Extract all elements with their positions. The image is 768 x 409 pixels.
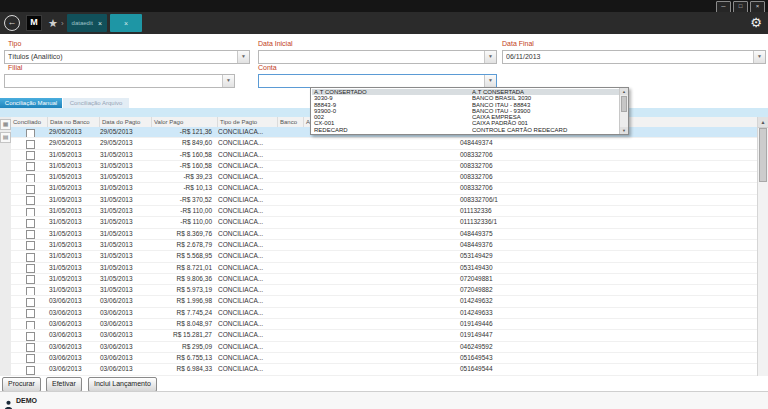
table-row[interactable]: 03/06/201303/06/2013R$ 7.745,24CONCILIAC…: [11, 308, 758, 319]
dropdown-scrollbar-thumb[interactable]: [621, 96, 627, 112]
banco-cell: [275, 150, 300, 160]
gear-icon[interactable]: ⚙: [750, 15, 762, 30]
table-row[interactable]: 31/05/201331/05/2013R$ 9.806,36CONCILIAC…: [11, 274, 758, 285]
filial-select[interactable]: ▼: [4, 74, 235, 88]
data-no-banco-cell: 31/05/2013: [47, 229, 98, 239]
dropdown-arrow-icon[interactable]: ▼: [753, 51, 765, 63]
conta-dropdown-item[interactable]: REDECARDCONTROLE CARTÃO REDECARD: [312, 127, 619, 133]
table-row[interactable]: 03/06/201303/06/2013R$ 295,09CONCILIACA.…: [11, 342, 758, 353]
column-header-data-no-banco[interactable]: Data no Banco: [48, 117, 100, 127]
table-row[interactable]: 03/06/201303/06/2013R$ 15.281,27CONCILIA…: [11, 330, 758, 341]
table-row[interactable]: 31/05/201331/05/2013-R$ 39,23CONCILIACA.…: [11, 172, 758, 183]
data-do-pagto-cell: 29/05/2013: [98, 127, 149, 137]
tab-close-icon[interactable]: ×: [124, 20, 128, 27]
conciliado-checkbox[interactable]: [26, 219, 35, 228]
table-row[interactable]: 31/05/201331/05/2013R$ 8.721,01CONCILIAC…: [11, 263, 758, 274]
conciliado-checkbox[interactable]: [26, 140, 35, 149]
data-do-pagto-cell: 03/06/2013: [98, 308, 149, 318]
data-do-pagto-cell: 03/06/2013: [98, 319, 149, 329]
conciliado-checkbox[interactable]: [26, 129, 35, 138]
grid-vertical-scrollbar[interactable]: ▲: [757, 117, 768, 376]
table-row[interactable]: 31/05/201331/05/2013R$ 5.973,19CONCILIAC…: [11, 285, 758, 296]
conciliado-checkbox[interactable]: [26, 185, 35, 194]
hidden-cell: [329, 217, 458, 227]
tab-conciliacao-manual[interactable]: Conciliação Manual: [0, 98, 62, 108]
conciliado-checkbox[interactable]: [26, 253, 35, 262]
conciliado-checkbox[interactable]: [26, 151, 35, 160]
inclui-lancamento-button[interactable]: Inclui Lançamento: [88, 377, 157, 392]
conciliado-checkbox[interactable]: [26, 321, 35, 330]
documento-cell: 053149429: [458, 251, 493, 261]
procurar-button[interactable]: Procurar: [2, 377, 41, 392]
data-final-select[interactable]: 06/11/2013 ▼: [502, 50, 766, 64]
favorites-star-icon[interactable]: ★: [48, 18, 58, 29]
conta-select[interactable]: ▼: [258, 74, 497, 88]
dropdown-scrollbar[interactable]: ▲ ▼: [619, 88, 628, 134]
conciliado-checkbox[interactable]: [26, 332, 35, 341]
toolbar-tab-active[interactable]: ×: [110, 14, 142, 32]
table-row[interactable]: 31/05/201331/05/2013R$ 2.678,79CONCILIAC…: [11, 240, 758, 251]
efetivar-button[interactable]: Efetivar: [46, 377, 82, 392]
conciliado-checkbox[interactable]: [26, 162, 35, 171]
dropdown-arrow-icon[interactable]: ▼: [222, 75, 234, 87]
valor-pago-cell: R$ 849,60: [149, 138, 216, 148]
table-row[interactable]: 29/05/201329/05/2013R$ 849,60CONCILIACA.…: [11, 138, 758, 149]
documento-cell: 008332706/1: [458, 195, 498, 205]
conciliado-checkbox[interactable]: [26, 208, 35, 217]
tab-close-icon[interactable]: ×: [98, 20, 102, 27]
conciliado-checkbox[interactable]: [26, 264, 35, 273]
conciliado-checkbox[interactable]: [26, 309, 35, 318]
table-row[interactable]: 03/06/201303/06/2013R$ 6.755,13CONCILIAC…: [11, 353, 758, 364]
table-row[interactable]: 03/06/201303/06/2013R$ 6.984,33CONCILIAC…: [11, 364, 758, 375]
table-row[interactable]: 31/05/201331/05/2013R$ 5.568,95CONCILIAC…: [11, 251, 758, 262]
table-row[interactable]: 03/06/201303/06/2013R$ 1.996,98CONCILIAC…: [11, 296, 758, 307]
grid-scroll-up-icon[interactable]: ▲: [758, 117, 768, 128]
data-inicial-select[interactable]: ▼: [258, 50, 497, 64]
dropdown-arrow-icon[interactable]: ▼: [237, 51, 249, 63]
conciliado-checkbox[interactable]: [26, 174, 35, 183]
tipo-select[interactable]: Títulos (Analítico) ▼: [4, 50, 250, 64]
conciliado-checkbox[interactable]: [26, 366, 35, 375]
conciliado-checkbox[interactable]: [26, 196, 35, 205]
table-row[interactable]: 31/05/201331/05/2013-R$ 10,13CONCILIACA.…: [11, 183, 758, 194]
column-header-banco[interactable]: Banco: [278, 117, 304, 127]
banco-cell: [275, 263, 300, 273]
table-row[interactable]: 31/05/201331/05/2013R$ 8.369,76CONCILIAC…: [11, 229, 758, 240]
dropdown-arrow-icon[interactable]: ▼: [484, 75, 496, 87]
dropdown-arrow-icon[interactable]: ▼: [484, 51, 496, 63]
conciliado-checkbox[interactable]: [26, 241, 35, 250]
table-row[interactable]: 03/06/201303/06/2013R$ 8.048,97CONCILIAC…: [11, 319, 758, 330]
grid-scrollbar-thumb[interactable]: [759, 128, 767, 182]
dropdown-scroll-up-icon[interactable]: ▲: [620, 88, 628, 95]
conta-label: Conta: [258, 64, 277, 71]
table-row[interactable]: 31/05/201331/05/2013-R$ 370,52CONCILIACA…: [11, 195, 758, 206]
column-header-tipo-de-pagto[interactable]: Tipo de Pagto: [218, 117, 278, 127]
toolbar-tab-dataedit[interactable]: dataedit ×: [67, 14, 107, 32]
conciliado-checkbox[interactable]: [26, 354, 35, 363]
back-icon[interactable]: ←: [4, 15, 20, 31]
data-no-banco-cell: 31/05/2013: [47, 161, 98, 171]
table-row[interactable]: 31/05/201331/05/2013-R$ 160,58CONCILIACA…: [11, 161, 758, 172]
banco-cell: [275, 308, 300, 318]
tab-conciliacao-arquivo[interactable]: Conciliação Arquivo: [63, 98, 129, 108]
banco-cell: [275, 319, 300, 329]
conciliado-checkbox[interactable]: [26, 287, 35, 296]
grid-rows-icon[interactable]: ▤: [0, 132, 11, 143]
hidden-cell: [329, 285, 458, 295]
agencia-cell: [300, 274, 329, 284]
conciliado-checkbox[interactable]: [26, 343, 35, 352]
conciliado-checkbox[interactable]: [26, 298, 35, 307]
conciliado-checkbox[interactable]: [26, 230, 35, 239]
data-no-banco-cell: 31/05/2013: [47, 195, 98, 205]
documento-cell: 048449375: [458, 229, 493, 239]
grid-tool-icon[interactable]: ▦: [0, 119, 11, 130]
column-header-data-do-pagto[interactable]: Data do Pagto: [100, 117, 152, 127]
app-logo-icon[interactable]: M: [26, 15, 42, 31]
table-row[interactable]: 31/05/201331/05/2013-R$ 160,58CONCILIACA…: [11, 150, 758, 161]
dropdown-scroll-down-icon[interactable]: ▼: [620, 127, 628, 134]
column-header-valor-pago[interactable]: Valor Pago: [152, 117, 218, 127]
column-header-conciliado[interactable]: Conciliado: [11, 117, 48, 127]
conciliado-checkbox[interactable]: [26, 275, 35, 284]
table-row[interactable]: 31/05/201331/05/2013-R$ 110,00CONCILIACA…: [11, 217, 758, 228]
table-row[interactable]: 31/05/201331/05/2013-R$ 110,00CONCILIACA…: [11, 206, 758, 217]
